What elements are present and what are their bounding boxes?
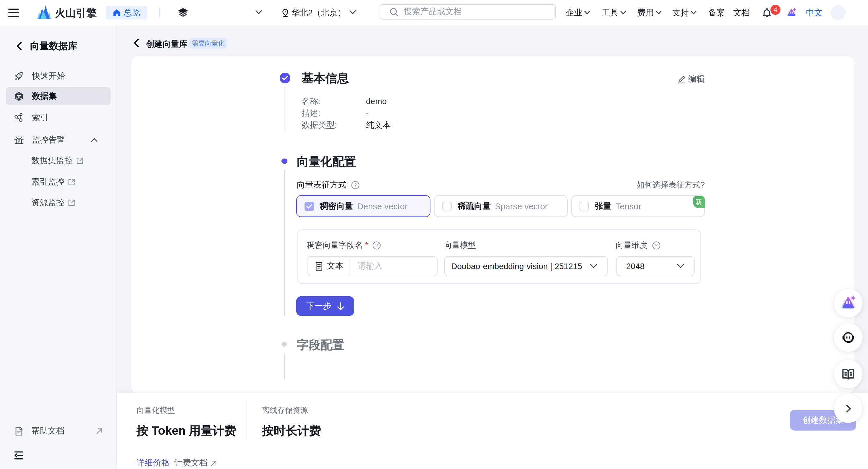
svg-text:?: ?: [354, 183, 356, 188]
svg-text:?: ?: [375, 243, 378, 248]
svg-text:?: ?: [655, 243, 657, 248]
